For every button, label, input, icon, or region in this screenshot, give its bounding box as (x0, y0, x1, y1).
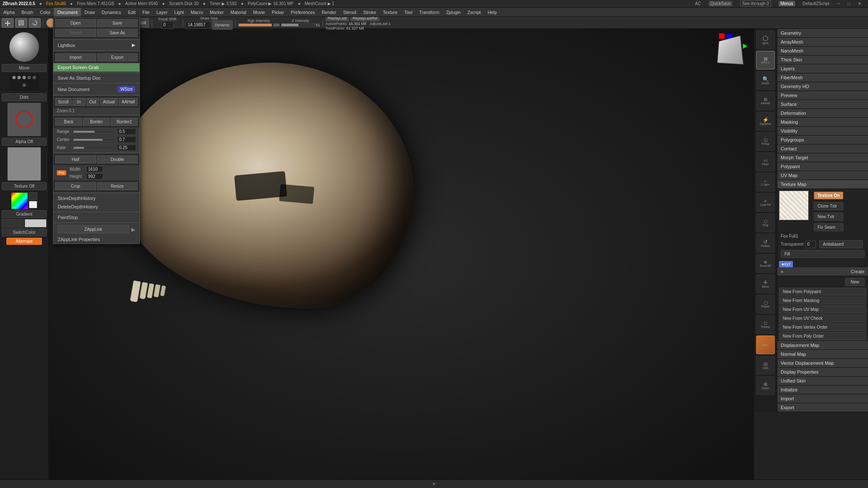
dd-save-as-btn[interactable]: Save As (97, 29, 138, 37)
dd-resize-btn[interactable]: Resize (97, 182, 138, 190)
nano-mesh-header[interactable]: NanoMesh (777, 47, 868, 55)
surface-header[interactable]: Surface (777, 100, 868, 109)
new-from-uv-check-btn[interactable]: New From UV Check (779, 314, 866, 322)
zapplink-btn[interactable]: ZAppLink (58, 225, 129, 233)
xyz-btn[interactable]: ●xyz (779, 261, 793, 267)
menu-stencil[interactable]: Stencil (339, 8, 360, 17)
dd-new-document-item[interactable]: New Document WSize (53, 84, 139, 94)
zoom-btn[interactable]: 🔍 Zoom (756, 71, 775, 90)
menu-layer[interactable]: Layer (153, 8, 171, 17)
focal-shift-input[interactable] (161, 21, 174, 29)
dd-zoom-aahalf-btn[interactable]: AAHalf (119, 98, 138, 106)
z-intensity-slider[interactable] (281, 23, 315, 27)
fill-btn[interactable]: Fill (781, 250, 865, 258)
fix-seam-btn[interactable]: Fix Seam (814, 223, 843, 231)
color-swatch-small1[interactable] (29, 192, 37, 200)
antialiased-btn[interactable]: Antialiased (819, 240, 863, 248)
menu-tool[interactable]: Tool (401, 8, 416, 17)
dd-double-btn[interactable]: Double (97, 155, 138, 164)
polygroups-header[interactable]: Polygroups (777, 136, 868, 144)
move-3d-btn[interactable]: ✛ Move (756, 274, 775, 293)
width-input[interactable] (86, 166, 103, 172)
clone-txtr-btn[interactable]: Clone Txtr (814, 202, 843, 210)
texture-thumbnail[interactable] (779, 191, 809, 220)
menu-stroke[interactable]: Stroke (360, 8, 379, 17)
range-value[interactable]: 0.5 (117, 128, 136, 135)
displacement-map-header[interactable]: Displacement Map (777, 341, 868, 350)
alpha-off-btn[interactable]: Alpha Off (2, 138, 47, 146)
dd-revert-btn[interactable]: Revert (55, 29, 96, 37)
dd-store-depth-item[interactable]: StoreDepthHistory (53, 194, 139, 202)
menus-btn[interactable]: Menus (779, 1, 795, 6)
dd-import-btn[interactable]: Import (55, 53, 96, 61)
new-from-poly-order-btn[interactable]: New From Poly Order (779, 332, 866, 340)
dd-half-btn[interactable]: Half (55, 155, 96, 164)
nav-widget[interactable] (715, 37, 741, 63)
center-slider[interactable] (73, 139, 115, 141)
menu-transform[interactable]: Transform (416, 8, 442, 17)
menu-dynamics[interactable]: Dynamics (98, 8, 125, 17)
deformation-header[interactable]: Deformation (777, 109, 868, 118)
material-swatch[interactable]: Mat (756, 336, 775, 354)
rotate-3d-btn[interactable]: ↺ Rotate (756, 234, 775, 252)
aahalf-btn[interactable]: ⊞ AAHalf (756, 92, 775, 110)
menu-color[interactable]: Color (36, 8, 54, 17)
uv-map-header[interactable]: UV Map (777, 171, 868, 180)
initialize-header[interactable]: Initialize (777, 385, 868, 394)
contact-header[interactable]: Contact (777, 144, 868, 153)
menu-material[interactable]: Material (227, 8, 250, 17)
dd-back-btn[interactable]: Back (55, 118, 82, 126)
dd-delete-depth-item[interactable]: DeleteDepthHistory (53, 202, 139, 211)
solo-btn[interactable]: ◎ Solo (756, 356, 775, 374)
floor-btn[interactable]: ▭ Floor (756, 152, 775, 171)
alternate-btn[interactable]: Alternate (6, 238, 42, 245)
brush-sphere-preview[interactable] (9, 32, 39, 62)
texture-preview[interactable] (7, 147, 41, 181)
new-from-masking-btn[interactable]: New From Masking (779, 297, 866, 305)
new-from-polypaint-btn[interactable]: New From Polypaint (779, 288, 866, 296)
visibility-header[interactable]: Visibility (777, 127, 868, 136)
texture-off-btn[interactable]: Texture Off (2, 182, 47, 190)
dd-save-btn[interactable]: Save (97, 19, 138, 27)
menu-preferences[interactable]: Preferences (287, 8, 318, 17)
color-gradient-picker[interactable] (11, 192, 28, 209)
dynamic-icon-btn[interactable]: ⚡ Dynamic (756, 112, 775, 130)
dd-save-startup-item[interactable]: Save As Startup Doc (53, 74, 139, 82)
dots-label-btn[interactable]: Dots (2, 93, 47, 101)
dd-lightbox-item[interactable]: Lightbox ▶ (53, 41, 139, 50)
viewport-bg[interactable] (49, 29, 754, 480)
adjust-last-btn[interactable]: AdjustLast 1 (370, 22, 391, 26)
menu-edit[interactable]: Edit (125, 8, 139, 17)
dd-open-btn[interactable]: Open (55, 19, 96, 27)
menu-zscript[interactable]: Zscript (464, 8, 484, 17)
menu-zplugin[interactable]: Zplugin (442, 8, 464, 17)
ac-label[interactable]: AC (695, 1, 701, 6)
canvas-area[interactable] (49, 29, 754, 480)
create-section-header[interactable]: ● Create (777, 267, 868, 276)
dd-crop-btn[interactable]: Crop (55, 182, 96, 190)
quicksave-btn[interactable]: QuickSave (709, 1, 732, 6)
rate-value[interactable]: 0.25 (117, 144, 136, 151)
switch-color-btn[interactable]: SwitchColor (2, 228, 47, 236)
persp-btn[interactable]: ◫ Persp (756, 132, 775, 151)
wsize-badge[interactable]: WSize (118, 86, 135, 92)
menu-brush[interactable]: Brush (18, 8, 36, 17)
lsym-btn[interactable]: ⫠ L.Sym (756, 173, 775, 191)
dd-zoom-actual-btn[interactable]: Actual (100, 98, 118, 106)
menu-file[interactable]: File (139, 8, 153, 17)
normal-map-header[interactable]: Normal Map (777, 350, 868, 359)
layers-header[interactable]: Layers (777, 64, 868, 73)
move-label-btn[interactable]: Move (2, 64, 47, 72)
preview-header[interactable]: Preview (777, 91, 868, 100)
dots-preview[interactable] (9, 74, 39, 91)
spix-btn[interactable]: ▦ SPix 3 (756, 51, 775, 69)
window-maximize[interactable]: □ (848, 1, 850, 6)
rotate-btn[interactable] (29, 18, 41, 28)
geometry-hd-header[interactable]: Geometry HD (777, 82, 868, 91)
vector-displacement-header[interactable]: Vector Displacement Map (777, 359, 868, 368)
range-slider[interactable] (73, 130, 115, 133)
menu-texture[interactable]: Texture (379, 8, 401, 17)
dd-zoom-scroll-btn[interactable]: Scroll (55, 98, 72, 106)
dd-zoom-in-btn[interactable]: In (72, 98, 86, 106)
fiber-mesh-header[interactable]: FiberMesh (777, 73, 868, 82)
